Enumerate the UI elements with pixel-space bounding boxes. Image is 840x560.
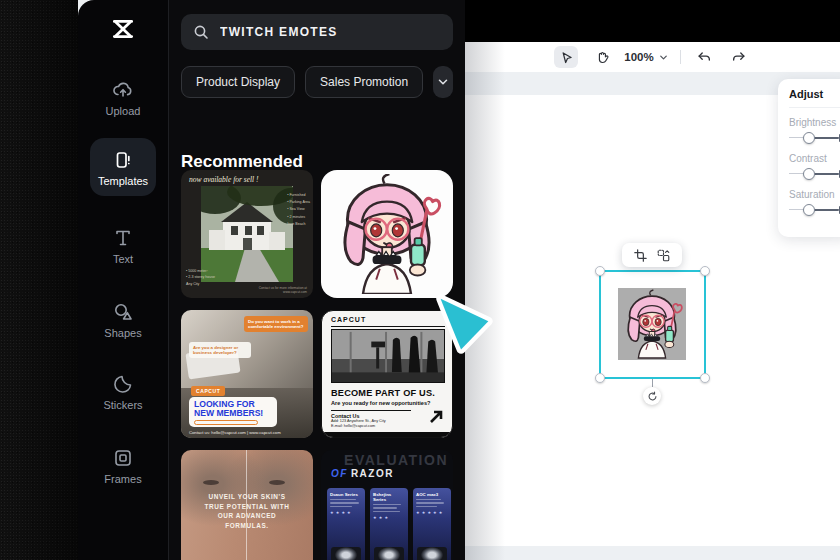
template-title: EVALUATION: [344, 452, 448, 468]
replace-media-button[interactable]: [657, 249, 670, 262]
chevron-down-icon: [658, 52, 669, 63]
sidebar-item-label: Stickers: [103, 399, 142, 411]
divider: [680, 50, 681, 64]
contrast-slider[interactable]: [789, 167, 840, 180]
template-footer: Contact us: hello@capcut.com | www.capcu…: [189, 430, 281, 435]
replace-icon: [657, 249, 670, 262]
search-bar[interactable]: [181, 14, 453, 50]
product-cards: Dcaun Series ★ ★ ★ ★ Bshejins Series ★ ★…: [327, 488, 451, 560]
slider-label: Brightness: [789, 117, 840, 128]
crop-icon: [634, 249, 647, 262]
templates-panel: Product Display Sales Promotion Recommen…: [168, 0, 465, 560]
search-input[interactable]: [218, 24, 418, 40]
capcut-logo-icon: [78, 16, 168, 42]
title-rest: RAZOR: [351, 468, 394, 479]
template-bullet-list: • Furnished • Parking Area • Sea View • …: [287, 192, 310, 228]
resize-handle-bottom-right[interactable]: [700, 373, 710, 383]
contact-title: Contact Us: [331, 410, 411, 419]
chip-label: Product Display: [196, 75, 280, 89]
hand-tool-icon: [594, 50, 609, 65]
undo-icon: [696, 49, 712, 65]
hand-tool-button[interactable]: [589, 46, 613, 68]
template-caption: Unveil your skin's true potential with o…: [201, 492, 293, 530]
frames-icon: [111, 446, 135, 470]
redo-icon: [731, 49, 747, 65]
brand-label: CAPCUT: [331, 316, 366, 323]
filter-chips-row: Product Display Sales Promotion: [181, 66, 453, 98]
rotate-handle-stem: [652, 379, 653, 387]
resize-handle-top-right[interactable]: [700, 266, 710, 276]
face-graphic: [269, 480, 285, 485]
product-card: Dcaun Series ★ ★ ★ ★: [327, 488, 365, 560]
cursor-tool-icon: [559, 50, 574, 65]
emote-artwork: [327, 174, 447, 294]
resize-handle-top-left[interactable]: [595, 266, 605, 276]
template-looking-for-members[interactable]: Do you want to work in a comfortable env…: [181, 310, 313, 438]
slider-knob[interactable]: [803, 204, 815, 216]
chevron-down-icon: [436, 75, 450, 89]
face-graphic: [203, 480, 219, 485]
template-title-line2: OFRAZOR: [331, 468, 394, 479]
crop-button[interactable]: [634, 249, 647, 262]
chips-expand-button[interactable]: [433, 66, 453, 98]
cta-pill: [194, 420, 258, 425]
silhouettes-photo: [331, 329, 445, 383]
sidebar-item-frames[interactable]: Frames: [90, 446, 156, 485]
template-skincare[interactable]: Unveil your skin's true potential with o…: [181, 450, 313, 560]
product-card: AOC max3 ★ ★ ★ ★ ★: [413, 488, 451, 560]
templates-icon: [111, 148, 135, 172]
select-tool-button[interactable]: [554, 46, 578, 68]
adjust-panel-title: Adjust: [789, 88, 840, 108]
divider: [331, 326, 445, 327]
selection-mini-toolbar: [622, 243, 682, 267]
slider-label: Contrast: [789, 153, 840, 164]
speech-bubble: Do you want to work in a comfortable env…: [244, 316, 308, 332]
chip-label: Sales Promotion: [320, 75, 408, 89]
template-twitch-emote[interactable]: [321, 170, 453, 298]
template-footer: Contact us for more information at www.c…: [259, 286, 307, 294]
shapes-icon: [111, 300, 135, 324]
template-headline: LOOKING FOR NEW MEMBERS!: [194, 400, 272, 418]
sidebar-item-shapes[interactable]: Shapes: [90, 300, 156, 339]
slider-knob[interactable]: [803, 132, 815, 144]
sidebar-item-label: Shapes: [104, 327, 141, 339]
template-razor-evaluation[interactable]: EVALUATION OFRAZOR Dcaun Series ★ ★ ★ ★ …: [321, 450, 453, 560]
contact-line: Add: 123 Anywhere St., Any City: [331, 419, 386, 423]
template-headline: BECOME PART OF US.: [331, 388, 435, 398]
template-headline: now available for sell !: [189, 175, 259, 184]
icon-sidebar: Upload Templates Text Shapes St: [78, 0, 168, 560]
sidebar-item-label: Frames: [104, 473, 141, 485]
rotate-icon: [647, 391, 658, 402]
divider: [322, 432, 453, 437]
upload-cloud-icon: [111, 78, 135, 102]
brightness-slider[interactable]: [789, 131, 840, 144]
arrow-up-right-icon: [428, 409, 444, 425]
sidebar-item-text[interactable]: Text: [90, 226, 156, 265]
adjust-panel: Adjust Brightness Contrast Saturation: [778, 79, 840, 237]
sidebar-item-label: Text: [113, 253, 133, 265]
template-become-part-of-us[interactable]: CAPCUT BECOME PART OF US. Are you ready …: [321, 310, 453, 438]
text-icon: [111, 226, 135, 250]
sidebar-item-stickers[interactable]: Stickers: [90, 372, 156, 411]
redo-button[interactable]: [727, 46, 751, 68]
zoom-level-value: 100%: [624, 51, 653, 63]
toolbar-controls: 100%: [465, 46, 840, 68]
headline-card: LOOKING FOR NEW MEMBERS!: [189, 397, 277, 427]
sidebar-item-upload[interactable]: Upload: [90, 78, 156, 117]
sidebar-item-label: Upload: [106, 105, 141, 117]
slider-knob[interactable]: [803, 168, 815, 180]
search-icon: [193, 24, 209, 40]
speech-bubble: Are you a designer or business developer…: [189, 342, 251, 358]
chip-sales-promotion[interactable]: Sales Promotion: [305, 66, 423, 98]
sidebar-item-templates[interactable]: Templates: [90, 138, 156, 196]
rotate-handle[interactable]: [643, 387, 661, 405]
zoom-level-control[interactable]: 100%: [624, 51, 668, 63]
app-window: Upload Templates Text Shapes St: [0, 0, 840, 560]
template-notes: • 5000 meter² • 2-3 storey house Any Cit…: [186, 268, 215, 288]
resize-handle-bottom-left[interactable]: [595, 373, 605, 383]
saturation-slider[interactable]: [789, 203, 840, 216]
chip-product-display[interactable]: Product Display: [181, 66, 295, 98]
template-real-estate[interactable]: now available for sell ! • Fur: [181, 170, 313, 298]
undo-button[interactable]: [692, 46, 716, 68]
background-texture: [0, 0, 78, 560]
